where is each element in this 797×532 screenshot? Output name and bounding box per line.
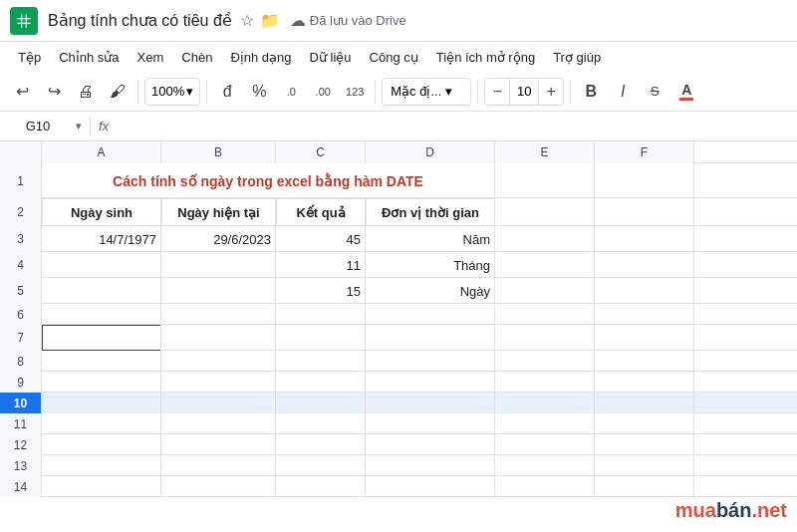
cell-8e[interactable]	[495, 351, 595, 372]
cell-8b[interactable]	[161, 351, 276, 372]
cell-10b[interactable]	[161, 393, 276, 413]
row-num-5[interactable]: 5	[0, 278, 42, 304]
cell-2e[interactable]	[495, 198, 595, 226]
cell-13a[interactable]	[42, 455, 161, 476]
row-num-6[interactable]: 6	[0, 304, 42, 325]
menu-tien-ich[interactable]: Tiện ích mở rộng	[428, 47, 543, 68]
format-123-button[interactable]: 123	[341, 78, 369, 106]
italic-button[interactable]: I	[609, 78, 637, 106]
print-button[interactable]: 🖨	[72, 78, 100, 106]
menu-tro-giup[interactable]: Trợ giúp	[545, 47, 609, 68]
cell-6d[interactable]	[366, 304, 495, 325]
header-don-vi[interactable]: Đơn vị thời gian	[366, 198, 495, 226]
font-size-increase[interactable]: +	[539, 78, 563, 106]
undo-button[interactable]: ↩	[8, 78, 36, 106]
cell-9d[interactable]	[366, 372, 495, 393]
cell-4e[interactable]	[495, 252, 595, 278]
row-num-9[interactable]: 9	[0, 372, 42, 393]
cell-14d[interactable]	[366, 476, 495, 497]
cell-14f[interactable]	[595, 476, 694, 497]
format-decimal-down[interactable]: .0	[277, 78, 305, 106]
cell-10c[interactable]	[276, 393, 366, 413]
row-num-3[interactable]: 3	[0, 226, 42, 252]
cell-12b[interactable]	[161, 434, 276, 455]
cell-7e[interactable]	[495, 325, 595, 351]
title-cell[interactable]: Cách tính số ngày trong excel bằng hàm D…	[42, 163, 495, 198]
menu-tep[interactable]: Tệp	[10, 47, 49, 68]
font-family-selector[interactable]: Mặc đị... ▾	[382, 78, 471, 106]
cell-14c[interactable]	[276, 476, 366, 497]
cell-1f[interactable]	[595, 163, 694, 198]
cell-10d[interactable]	[366, 393, 495, 413]
cell-11a[interactable]	[42, 413, 161, 434]
cell-ref-chevron[interactable]: ▾	[76, 120, 82, 133]
row-num-12[interactable]: 12	[0, 434, 42, 455]
cell-11b[interactable]	[161, 413, 276, 434]
cell-2f[interactable]	[595, 198, 694, 226]
paint-format-button[interactable]: 🖌	[104, 78, 132, 106]
cell-7b[interactable]	[161, 325, 276, 351]
cell-6f[interactable]	[595, 304, 694, 325]
row-num-13[interactable]: 13	[0, 455, 42, 476]
row-num-11[interactable]: 11	[0, 413, 42, 434]
header-ngay-sinh[interactable]: Ngày sinh	[42, 198, 161, 226]
cell-11c[interactable]	[276, 413, 366, 434]
zoom-selector[interactable]: 100% ▾	[144, 78, 200, 106]
header-ket-qua[interactable]: Kết quả	[276, 198, 366, 226]
col-header-e[interactable]: E	[495, 141, 595, 163]
cell-9f[interactable]	[595, 372, 694, 393]
menu-chen[interactable]: Chèn	[173, 47, 220, 68]
folder-icon[interactable]: 📁	[260, 11, 280, 30]
cell-8d[interactable]	[366, 351, 495, 372]
cell-5d[interactable]: Ngày	[366, 278, 495, 304]
row-num-8[interactable]: 8	[0, 351, 42, 372]
cell-13c[interactable]	[276, 455, 366, 476]
cell-13f[interactable]	[595, 455, 694, 476]
menu-chinh-sua[interactable]: Chỉnh sửa	[51, 47, 127, 68]
cell-10a[interactable]	[42, 393, 161, 413]
header-ngay-hien-tai[interactable]: Ngày hiện tại	[161, 198, 276, 226]
cell-14b[interactable]	[161, 476, 276, 497]
cell-4b[interactable]	[161, 252, 276, 278]
col-header-f[interactable]: F	[595, 141, 694, 163]
cell-3e[interactable]	[495, 226, 595, 252]
cell-5f[interactable]	[595, 278, 694, 304]
cell-7d[interactable]	[366, 325, 495, 351]
cell-4a[interactable]	[42, 252, 161, 278]
cell-6a[interactable]	[42, 304, 161, 325]
cell-reference[interactable]: G10	[8, 119, 68, 133]
cell-3d[interactable]: Năm	[366, 226, 495, 252]
cell-3a[interactable]: 14/7/1977	[42, 226, 161, 252]
cell-9a[interactable]	[42, 372, 161, 393]
menu-du-lieu[interactable]: Dữ liệu	[302, 47, 360, 68]
row-num-1[interactable]: 1	[0, 163, 42, 198]
row-num-10[interactable]: 10	[0, 393, 42, 413]
cell-14e[interactable]	[495, 476, 595, 497]
format-d-button[interactable]: đ	[213, 78, 241, 106]
star-icon[interactable]: ☆	[240, 11, 254, 30]
cell-14a[interactable]	[42, 476, 161, 497]
cell-11d[interactable]	[366, 413, 495, 434]
cell-11e[interactable]	[495, 413, 595, 434]
redo-button[interactable]: ↪	[40, 78, 68, 106]
bold-button[interactable]: B	[577, 78, 605, 106]
cell-3f[interactable]	[595, 226, 694, 252]
cell-6e[interactable]	[495, 304, 595, 325]
cell-12e[interactable]	[495, 434, 595, 455]
cell-12f[interactable]	[595, 434, 694, 455]
cell-8c[interactable]	[276, 351, 366, 372]
cell-7a[interactable]	[42, 325, 161, 351]
cell-8a[interactable]	[42, 351, 161, 372]
cell-8f[interactable]	[595, 351, 694, 372]
cell-5a[interactable]	[42, 278, 161, 304]
cell-10f[interactable]	[595, 393, 694, 413]
cell-9e[interactable]	[495, 372, 595, 393]
cell-7f[interactable]	[595, 325, 694, 351]
cell-10e[interactable]	[495, 393, 595, 413]
col-header-b[interactable]: B	[161, 141, 276, 163]
cell-4c[interactable]: 11	[276, 252, 366, 278]
cell-5b[interactable]	[161, 278, 276, 304]
col-header-c[interactable]: C	[276, 141, 366, 163]
cell-5e[interactable]	[495, 278, 595, 304]
col-header-d[interactable]: D	[366, 141, 495, 163]
